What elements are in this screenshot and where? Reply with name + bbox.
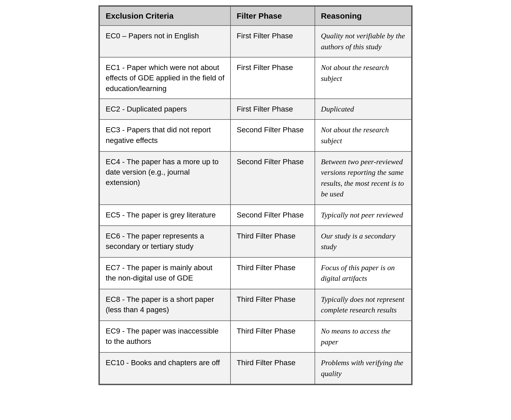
- reasoning-cell: Not about the research subject: [315, 120, 411, 151]
- table-row: EC9 - The paper was inaccessible to the …: [100, 321, 411, 352]
- criteria-cell: EC3 - Papers that did not report negativ…: [100, 120, 230, 151]
- reasoning-text: No means to access the paper: [321, 327, 390, 346]
- criteria-cell: EC8 - The paper is a short paper (less t…: [100, 289, 230, 321]
- filter-phase-cell: Second Filter Phase: [230, 205, 315, 226]
- criteria-cell: EC10 - Books and chapters are off: [100, 352, 230, 384]
- reasoning-text: Not about the research subject: [321, 63, 389, 83]
- filter-phase-cell: First Filter Phase: [230, 99, 315, 120]
- filter-phase-cell: Third Filter Phase: [230, 226, 315, 257]
- table-row: EC5 - The paper is grey literatureSecond…: [100, 205, 411, 226]
- table-row: EC7 - The paper is mainly about the non-…: [100, 257, 411, 289]
- reasoning-cell: Focus of this paper is on digital artifa…: [315, 257, 411, 289]
- filter-phase-cell: Second Filter Phase: [230, 151, 315, 205]
- reasoning-text: Between two peer-reviewed versions repor…: [321, 158, 404, 198]
- table-row: EC0 – Papers not in EnglishFirst Filter …: [100, 26, 411, 57]
- reasoning-text: Focus of this paper is on digital artifa…: [321, 263, 395, 283]
- reasoning-text: Problems with verifying the quality: [321, 359, 403, 378]
- reasoning-cell: Our study is a secondary study: [315, 226, 411, 257]
- reasoning-cell: Typically does not represent complete re…: [315, 289, 411, 321]
- filter-phase-cell: Third Filter Phase: [230, 289, 315, 321]
- criteria-cell: EC7 - The paper is mainly about the non-…: [100, 257, 230, 289]
- table-row: EC2 - Duplicated papersFirst Filter Phas…: [100, 99, 411, 120]
- table-row: EC8 - The paper is a short paper (less t…: [100, 289, 411, 321]
- table-header-row: Exclusion Criteria Filter Phase Reasonin…: [100, 6, 411, 26]
- filter-phase-cell: First Filter Phase: [230, 57, 315, 99]
- criteria-cell: EC0 – Papers not in English: [100, 26, 230, 57]
- reasoning-cell: No means to access the paper: [315, 321, 411, 352]
- criteria-cell: EC4 - The paper has a more up to date ve…: [100, 151, 230, 205]
- criteria-cell: EC2 - Duplicated papers: [100, 99, 230, 120]
- filter-phase-cell: Third Filter Phase: [230, 321, 315, 352]
- table-row: EC4 - The paper has a more up to date ve…: [100, 151, 411, 205]
- reasoning-text: Quality not verifiable by the authors of…: [321, 32, 405, 51]
- table-row: EC6 - The paper represents a secondary o…: [100, 226, 411, 257]
- reasoning-text: Not about the research subject: [321, 126, 389, 145]
- table-row: EC3 - Papers that did not report negativ…: [100, 120, 411, 151]
- reasoning-text: Typically not peer reviewed: [321, 211, 403, 219]
- reasoning-text: Typically does not represent complete re…: [321, 295, 405, 314]
- reasoning-cell: Duplicated: [315, 99, 411, 120]
- reasoning-cell: Not about the research subject: [315, 57, 411, 99]
- reasoning-text: Our study is a secondary study: [321, 232, 395, 251]
- criteria-cell: EC1 - Paper which were not about effects…: [100, 57, 230, 99]
- reasoning-cell: Problems with verifying the quality: [315, 352, 411, 384]
- exclusion-criteria-table: Exclusion Criteria Filter Phase Reasonin…: [98, 5, 413, 385]
- criteria-cell: EC9 - The paper was inaccessible to the …: [100, 321, 230, 352]
- table-row: EC1 - Paper which were not about effects…: [100, 57, 411, 99]
- filter-phase-cell: Third Filter Phase: [230, 352, 315, 384]
- header-filter-phase: Filter Phase: [230, 6, 315, 26]
- header-exclusion-criteria: Exclusion Criteria: [100, 6, 230, 26]
- criteria-cell: EC5 - The paper is grey literature: [100, 205, 230, 226]
- reasoning-cell: Between two peer-reviewed versions repor…: [315, 151, 411, 205]
- criteria-cell: EC6 - The paper represents a secondary o…: [100, 226, 230, 257]
- table-row: EC10 - Books and chapters are offThird F…: [100, 352, 411, 384]
- header-reasoning: Reasoning: [315, 6, 411, 26]
- filter-phase-cell: Third Filter Phase: [230, 257, 315, 289]
- reasoning-cell: Quality not verifiable by the authors of…: [315, 26, 411, 57]
- reasoning-cell: Typically not peer reviewed: [315, 205, 411, 226]
- filter-phase-cell: Second Filter Phase: [230, 120, 315, 151]
- reasoning-text: Duplicated: [321, 105, 354, 113]
- filter-phase-cell: First Filter Phase: [230, 26, 315, 57]
